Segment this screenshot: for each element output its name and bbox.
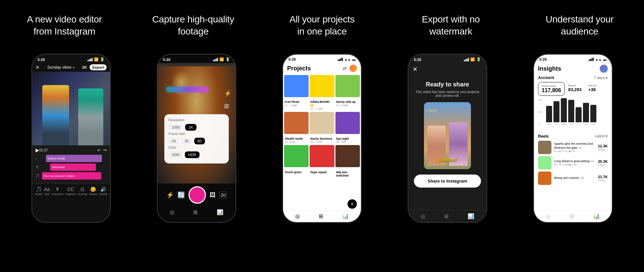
sticker-tool[interactable]: 😊 Sticker: [89, 187, 97, 196]
fps-30-option[interactable]: 30: [181, 138, 192, 144]
hdr-option[interactable]: HDR: [185, 151, 200, 158]
fps-24-option[interactable]: 24: [168, 138, 179, 144]
res-1080-option[interactable]: 1080: [168, 124, 183, 131]
account-label: Account: [538, 75, 554, 80]
user-avatar[interactable]: [350, 65, 357, 72]
list-item[interactable]: Stealth mode 2d · 1MB: [284, 112, 309, 144]
reel-item[interactable]: Long distance goat petting 2d ♥ 4.7K ● 9…: [538, 156, 608, 169]
captions-tool-label: Captions: [65, 193, 76, 196]
chevron-down-icon: ▾: [73, 66, 74, 69]
phone1-close-icon[interactable]: ✕: [36, 65, 40, 70]
reach-metric: Reach 83,293: [565, 82, 585, 96]
fps-60-option[interactable]: 60: [194, 138, 205, 144]
nav-grid-icon[interactable]: ⊞: [193, 209, 198, 215]
list-item[interactable]: Hype squad: [310, 145, 334, 178]
phone-2: 5:26 📶 🔋: [158, 55, 235, 222]
voiceover-tool[interactable]: 🎙 Voiceover: [52, 187, 63, 196]
phone2-status-icons: 📶 🔋: [213, 57, 230, 62]
phone-4-frame: 5:26 📶 🔋 ✕: [408, 54, 487, 223]
timer-icon[interactable]: 20: [219, 192, 227, 199]
reel-name: Sparky gets the zoomies and destroys the…: [554, 142, 595, 150]
flip-camera-icon[interactable]: 🔄: [177, 191, 185, 199]
sticker-tool-label: Sticker: [89, 193, 97, 196]
heading-3: All your projectsin one place: [289, 13, 355, 38]
list-item[interactable]: Spa night 3d · 3MB: [335, 112, 360, 144]
projects-scroll: Free throw 1h · 2.3MB Inflata-BOOM! 💛 5h…: [283, 74, 361, 198]
chart-day-label: Fri: [577, 123, 580, 125]
chart-day-label: Mon: [547, 123, 551, 125]
nav-record-icon-5[interactable]: ◎: [546, 213, 551, 219]
chart-bar-column: Sun: [590, 105, 596, 125]
voiceover-track[interactable]: Voiceover: [50, 163, 96, 171]
insights-avatar[interactable]: [600, 65, 608, 73]
audio-track-icon: ♪: [36, 156, 40, 160]
undo-icon[interactable]: ↩: [97, 148, 101, 152]
add-project-button[interactable]: +: [347, 199, 357, 209]
chart-bar: [590, 105, 596, 122]
nav-record-icon-4[interactable]: ◎: [421, 213, 425, 219]
phone4-content: Ready to share This video has been saved…: [409, 76, 486, 193]
phone1-header: ✕ Sunday vibes ▾ 2K Export: [32, 63, 110, 72]
nav-chart-icon[interactable]: 📊: [217, 209, 223, 215]
nav-grid-icon-4[interactable]: ⊞: [444, 213, 448, 219]
list-item[interactable]: Sunny side up 1d · 2.5MB: [335, 75, 360, 111]
sdr-option[interactable]: SDR: [168, 151, 183, 158]
shutter-button[interactable]: [189, 186, 206, 204]
phone1-actions: 2K Export: [82, 64, 107, 70]
text-tool[interactable]: Aa Text: [44, 187, 50, 196]
overlay-tool[interactable]: ⊡ Overlay: [78, 187, 87, 196]
dance-track[interactable]: Dance break: [46, 155, 102, 162]
nav-grid-icon-5[interactable]: ⊞: [570, 213, 574, 219]
phone2-viewfinder: ⚡ ⊞ ◎ Resolution 1080 2K Frame rate: [158, 63, 235, 184]
reels-filter[interactable]: Latest ▾: [595, 134, 608, 139]
list-item[interactable]: Nacho business 2d · 3.2MB: [310, 112, 334, 144]
wifi-icon-4: 📶: [470, 57, 475, 62]
flash-toggle-icon[interactable]: ⚡: [166, 191, 174, 199]
flash-icon[interactable]: ⚡: [224, 90, 231, 97]
redo-icon[interactable]: ↪: [103, 148, 107, 152]
nav-chart-icon-5[interactable]: 📊: [593, 213, 600, 219]
phone4-close-row: ✕: [409, 63, 486, 76]
res-2k-option[interactable]: 2K: [185, 124, 196, 131]
phone4-status-icons: 📶 🔋: [464, 57, 481, 62]
project-thumbnail: [310, 75, 334, 99]
captions-tool[interactable]: CC Captions: [65, 187, 76, 196]
phone4-close-icon[interactable]: ✕: [413, 66, 418, 73]
project-name: Wig was snatched: [336, 171, 359, 177]
sound-tool[interactable]: 🔊 Sound: [99, 187, 107, 196]
reel-stats: ♥ 1.8K ● 212 ▶ 1K: [554, 150, 595, 153]
grid-icon[interactable]: ⊞: [224, 103, 231, 110]
phone1-export-button[interactable]: Export: [90, 64, 107, 70]
reach-label: Reach: [568, 84, 582, 87]
reel-item[interactable]: Bessy ain't messin' 3d 21.7K Views: [538, 172, 608, 185]
project-info: Sunny side up 1d · 2.5MB: [335, 99, 360, 107]
list-item[interactable]: Inflata-BOOM! 💛 5h · 1.1MB: [310, 75, 334, 111]
days-filter[interactable]: 7 days ▾: [594, 76, 608, 80]
project-meta: 1h · 2.3MB: [285, 104, 308, 107]
nav-chart-icon-3[interactable]: 📊: [342, 213, 349, 219]
nav-chart-icon-4[interactable]: 📊: [468, 213, 474, 219]
nav-grid-icon-3[interactable]: ⊞: [319, 213, 323, 219]
phone2-status-bar: 5:26 📶 🔋: [158, 55, 235, 63]
list-item[interactable]: Free throw 1h · 2.3MB: [284, 75, 309, 111]
share-instagram-button[interactable]: Share to Instagram: [414, 175, 481, 188]
flux-track[interactable]: Flux Vox Maxwell 126bpm: [42, 172, 101, 180]
nav-record-icon[interactable]: ◎: [170, 209, 174, 215]
reel-thumbnail: [538, 156, 551, 169]
chart-bars: Mon Tu Wed Thu Fri Sat Sun: [546, 98, 608, 125]
gallery-icon[interactable]: 🖼: [210, 192, 216, 199]
mic-icon: 🎙: [55, 187, 60, 192]
battery-icon-3: ▬: [352, 58, 356, 61]
filter-icon[interactable]: ⇄: [343, 66, 347, 71]
play-icon[interactable]: ▶: [36, 147, 39, 153]
framerate-label: Frame rate: [168, 132, 225, 136]
reel-item[interactable]: Sparky gets the zoomies and destroys the…: [538, 141, 608, 154]
reels-views-label: Reels views: [542, 84, 561, 87]
framerate-options: 24 30 60: [168, 138, 225, 144]
insights-title: Insights: [538, 65, 561, 72]
audio-tool[interactable]: 🎵 Audio: [35, 187, 42, 196]
phone1-video-preview: [32, 72, 110, 145]
nav-record-icon-3[interactable]: ◎: [295, 213, 300, 219]
list-item[interactable]: Wig was snatched: [335, 145, 360, 178]
list-item[interactable]: Touch grass: [284, 145, 309, 178]
